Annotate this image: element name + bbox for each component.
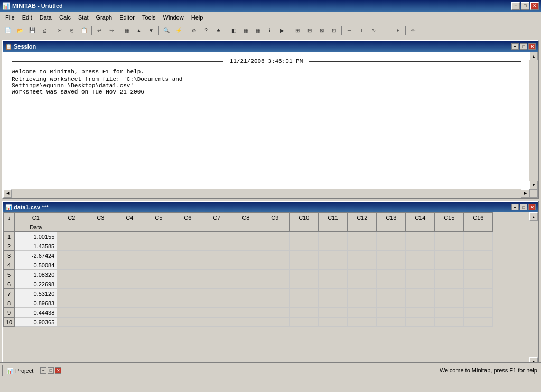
- down-button[interactable]: ▼: [145, 25, 157, 36]
- cell-c14[interactable]: [406, 251, 435, 260]
- redo-button[interactable]: ↪: [106, 25, 117, 36]
- cell-c8[interactable]: [231, 232, 260, 241]
- cell-c1[interactable]: -1.43585: [15, 241, 57, 251]
- cell-c2[interactable]: [57, 241, 86, 251]
- col-header-c11[interactable]: C11: [319, 213, 348, 222]
- session-maximize-button[interactable]: □: [520, 43, 527, 50]
- cell-c4[interactable]: [115, 251, 144, 260]
- cell-c15[interactable]: [435, 232, 464, 241]
- cell-c3[interactable]: [86, 270, 115, 279]
- cell-c12[interactable]: [348, 251, 377, 260]
- cell-c8[interactable]: [231, 298, 260, 308]
- cell-c16[interactable]: [464, 308, 493, 318]
- cell-c12[interactable]: [348, 241, 377, 251]
- cell-c2[interactable]: [57, 232, 86, 241]
- cell-c6[interactable]: [173, 289, 202, 298]
- cell-c9[interactable]: [260, 318, 290, 327]
- cell-c1[interactable]: 1.00155: [15, 232, 57, 241]
- undo-button[interactable]: ↩: [94, 25, 105, 36]
- session-close-button[interactable]: ✕: [528, 43, 536, 50]
- cell-c5[interactable]: [144, 260, 173, 270]
- cell-c15[interactable]: [435, 260, 464, 270]
- cell-c10[interactable]: [290, 279, 319, 289]
- cell-c12[interactable]: [348, 318, 377, 327]
- chart-button[interactable]: ∿: [368, 25, 379, 36]
- cell-c6[interactable]: [173, 241, 202, 251]
- menu-editor[interactable]: Editor: [116, 13, 138, 22]
- worksheet-close-button[interactable]: ✕: [528, 204, 536, 210]
- cell-c10[interactable]: [290, 241, 319, 251]
- stat1-button[interactable]: ⊣: [343, 25, 355, 36]
- cell-c4[interactable]: [115, 289, 144, 298]
- cell-c7[interactable]: [202, 318, 231, 327]
- cell-c3[interactable]: [86, 289, 115, 298]
- cell-c15[interactable]: [435, 251, 464, 260]
- stop-button[interactable]: ⊘: [188, 25, 200, 36]
- cell-c14[interactable]: [406, 318, 435, 327]
- cell-c5[interactable]: [144, 241, 173, 251]
- cell-c5[interactable]: [144, 251, 173, 260]
- cell-c6[interactable]: [173, 270, 202, 279]
- col-header-c15[interactable]: C15: [435, 213, 464, 222]
- cell-c2[interactable]: [57, 251, 86, 260]
- cell-c2[interactable]: [57, 289, 86, 298]
- cell-c13[interactable]: [377, 270, 406, 279]
- project-min-button[interactable]: −: [40, 367, 46, 374]
- cell-c8[interactable]: [231, 289, 260, 298]
- session-vscrollbar[interactable]: ▲ ▼: [529, 52, 538, 189]
- cell-c6[interactable]: [173, 251, 202, 260]
- cell-c2[interactable]: [57, 270, 86, 279]
- open-button[interactable]: 📂: [14, 25, 26, 36]
- cell-c12[interactable]: [348, 232, 377, 241]
- project-max-button[interactable]: □: [48, 367, 54, 374]
- cell-c13[interactable]: [377, 251, 406, 260]
- cell-c16[interactable]: [464, 241, 493, 251]
- cell-c10[interactable]: [290, 270, 319, 279]
- project-close-button[interactable]: ✕: [55, 367, 61, 374]
- col-header-c8[interactable]: C8: [231, 213, 260, 222]
- worksheet-maximize-button[interactable]: □: [520, 204, 527, 210]
- ws-scroll-up[interactable]: ▲: [529, 212, 538, 221]
- cell-c4[interactable]: [115, 279, 144, 289]
- cell-c11[interactable]: [319, 298, 348, 308]
- cell-c6[interactable]: [173, 260, 202, 270]
- play-button[interactable]: ▶: [276, 25, 288, 36]
- info-button[interactable]: ℹ: [264, 25, 276, 36]
- fav-button[interactable]: ★: [212, 25, 224, 36]
- cell-c11[interactable]: [319, 270, 348, 279]
- menu-file[interactable]: File: [2, 13, 18, 22]
- cell-c16[interactable]: [464, 260, 493, 270]
- cell-c16[interactable]: [464, 279, 493, 289]
- cell-c1[interactable]: -0.89683: [15, 298, 57, 308]
- col-header-c4[interactable]: C4: [115, 213, 144, 222]
- cell-c8[interactable]: [231, 241, 260, 251]
- cell-c10[interactable]: [290, 289, 319, 298]
- cell-c9[interactable]: [260, 241, 290, 251]
- cell-c5[interactable]: [144, 232, 173, 241]
- cell-c11[interactable]: [319, 279, 348, 289]
- cell-c14[interactable]: [406, 260, 435, 270]
- cell-c7[interactable]: [202, 251, 231, 260]
- cell-c10[interactable]: [290, 232, 319, 241]
- cell-c3[interactable]: [86, 241, 115, 251]
- cell-c11[interactable]: [319, 289, 348, 298]
- cell-c5[interactable]: [144, 318, 173, 327]
- cell-c5[interactable]: [144, 270, 173, 279]
- col-header-c10[interactable]: C10: [290, 213, 319, 222]
- cell-c7[interactable]: [202, 289, 231, 298]
- menu-edit[interactable]: Edit: [19, 13, 35, 22]
- cell-c11[interactable]: [319, 251, 348, 260]
- menu-window[interactable]: Window: [160, 13, 187, 22]
- cell-c14[interactable]: [406, 298, 435, 308]
- new-button[interactable]: 📄: [2, 25, 14, 36]
- cell-c14[interactable]: [406, 232, 435, 241]
- cell-c13[interactable]: [377, 232, 406, 241]
- cell-c13[interactable]: [377, 308, 406, 318]
- cell-c6[interactable]: [173, 318, 202, 327]
- session-scroll-up[interactable]: ▲: [529, 52, 538, 60]
- cell-c6[interactable]: [173, 298, 202, 308]
- cell-c5[interactable]: [144, 308, 173, 318]
- col-header-c5[interactable]: C5: [144, 213, 173, 222]
- col-header-c7[interactable]: C7: [202, 213, 231, 222]
- stat3-button[interactable]: ⊥: [380, 25, 391, 36]
